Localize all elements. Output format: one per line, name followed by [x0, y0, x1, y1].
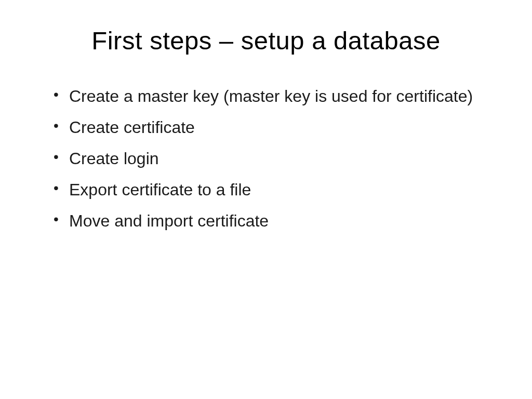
- slide-title: First steps – setup a database: [49, 26, 483, 55]
- list-item: Export certificate to a file: [49, 177, 483, 202]
- list-item: Move and import certificate: [49, 208, 483, 233]
- slide-container: First steps – setup a database Create a …: [0, 0, 532, 399]
- list-item: Create certificate: [49, 115, 483, 140]
- list-item: Create login: [49, 146, 483, 171]
- list-item: Create a master key (master key is used …: [49, 84, 483, 109]
- bullet-list: Create a master key (master key is used …: [49, 84, 483, 233]
